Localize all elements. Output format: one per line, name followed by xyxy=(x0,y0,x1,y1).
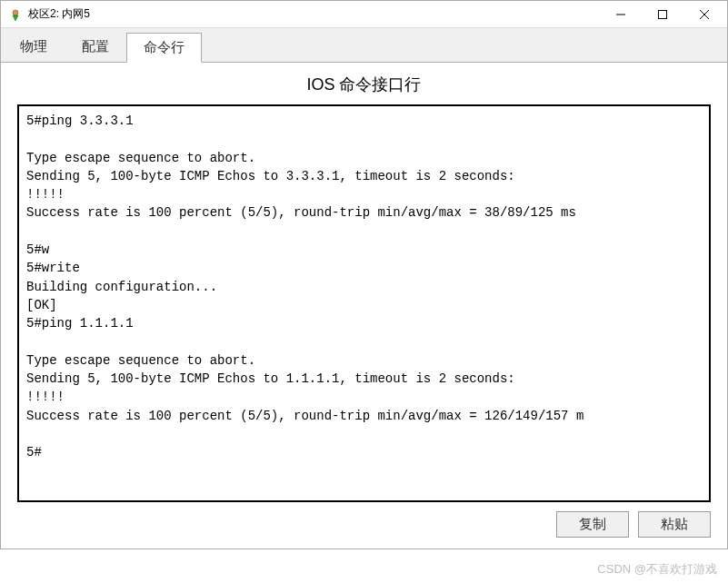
tab-config[interactable]: 配置 xyxy=(65,32,126,62)
svg-point-0 xyxy=(13,10,18,15)
copy-button[interactable]: 复制 xyxy=(556,511,629,538)
tab-cli[interactable]: 命令行 xyxy=(126,33,202,63)
tab-physical[interactable]: 物理 xyxy=(3,32,65,62)
svg-rect-2 xyxy=(659,10,667,18)
titlebar: 校区2: 内网5 xyxy=(1,1,727,28)
window-title: 校区2: 内网5 xyxy=(28,6,600,22)
page-title: IOS 命令接口行 xyxy=(17,74,711,95)
button-row: 复制 粘贴 xyxy=(17,511,711,538)
minimize-button[interactable] xyxy=(600,1,642,27)
maximize-button[interactable] xyxy=(642,1,683,27)
terminal-container: 5#ping 3.3.3.1 Type escape sequence to a… xyxy=(17,104,711,502)
terminal-output[interactable]: 5#ping 3.3.3.1 Type escape sequence to a… xyxy=(19,106,709,500)
app-icon xyxy=(8,7,23,22)
tab-bar: 物理 配置 命令行 xyxy=(1,28,727,63)
paste-button[interactable]: 粘贴 xyxy=(638,511,711,538)
content-area: IOS 命令接口行 5#ping 3.3.3.1 Type escape seq… xyxy=(1,63,727,550)
app-window: 校区2: 内网5 物理 配置 命令行 IOS 命令接口行 5#ping 3.3.… xyxy=(0,0,728,549)
close-button[interactable] xyxy=(683,1,725,27)
window-controls xyxy=(600,1,725,27)
watermark: CSDN @不喜欢打游戏 xyxy=(597,561,717,578)
